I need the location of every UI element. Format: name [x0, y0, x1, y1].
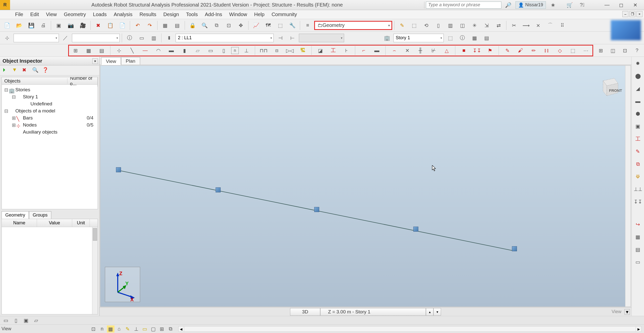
nlabel-icon[interactable]: n [231, 47, 239, 54]
menu-design[interactable]: Design [163, 12, 179, 17]
pan-icon[interactable]: ✥ [235, 20, 246, 31]
table-icon[interactable]: ▦ [159, 20, 171, 31]
snap6-icon[interactable]: ⊥ [133, 325, 140, 332]
story-combo[interactable]: Story 1▾ [393, 34, 444, 42]
bar-selection-combo[interactable]: ▾ [72, 34, 120, 42]
slab-tool-icon[interactable]: ▭ [205, 45, 216, 56]
3d-canvas[interactable]: FRONT Z X Y [100, 66, 631, 307]
rtool-box-icon[interactable]: ▬ [633, 96, 643, 106]
tree-col-count[interactable]: Number of o... [67, 77, 98, 87]
compat-icon[interactable]: ⊬ [428, 45, 439, 56]
list-icon[interactable]: ≡ [302, 20, 313, 31]
node-marker[interactable] [314, 207, 319, 212]
paint1-icon[interactable]: ✎ [502, 45, 513, 56]
insp-tool3-icon[interactable]: ✖ [22, 67, 29, 74]
load-case-combo[interactable]: 2 : LL1▾ [176, 34, 274, 42]
tree-objects-model[interactable]: ⊟Objects of a model [2, 107, 98, 114]
camera-icon[interactable]: 🎥 [77, 20, 88, 31]
paint2-icon[interactable]: 🖌 [515, 45, 526, 56]
binoculars-icon[interactable]: 🔎 [503, 0, 514, 11]
tree-bars[interactable]: ⊞╲Bars0/4 [2, 114, 98, 121]
offset-icon[interactable]: ⇲ [481, 20, 492, 31]
section-db-icon[interactable]: ▤ [96, 45, 107, 56]
user-badge[interactable]: 👤 Nissar19 [515, 1, 546, 9]
undo-icon[interactable]: ↶ [132, 20, 143, 31]
help-icon[interactable]: ?⃝ [577, 0, 588, 11]
zoom-all-icon[interactable]: ⊡ [223, 20, 234, 31]
paste-icon[interactable]: 📄 [117, 20, 128, 31]
prop-col-name[interactable]: Name [2, 219, 37, 227]
fillet-icon[interactable]: ⌒ [545, 20, 556, 31]
rtool-load-icon[interactable]: ↧↧ [633, 197, 643, 207]
mdi-close[interactable]: × [636, 11, 642, 17]
snap-icon[interactable]: ✳ [469, 20, 480, 31]
release-icon[interactable]: ⊦ [341, 45, 352, 56]
tree-stories[interactable]: ⊟🏢Stories [2, 86, 98, 93]
extra-help-icon[interactable]: ? [631, 45, 642, 56]
layout3-icon[interactable]: ◫ [457, 20, 468, 31]
selection-bar-icon[interactable]: ／ [60, 32, 71, 44]
menu-addins[interactable]: Add-Ins [205, 12, 222, 17]
insp-tool2-icon[interactable]: ▼ [12, 67, 19, 74]
open-icon[interactable]: 📂 [14, 20, 25, 31]
close-button[interactable]: ✕ [629, 1, 641, 10]
material-icon[interactable]: ◪ [315, 45, 326, 56]
cube-icon[interactable]: ▣ [53, 20, 64, 31]
extra2-icon[interactable]: ◫ [607, 45, 618, 56]
cart-icon[interactable]: 🛒 [564, 0, 575, 11]
viewport-vscroll[interactable] [625, 66, 631, 307]
box3d-icon[interactable]: ⬚ [567, 45, 578, 56]
story-filter-icon[interactable]: ⬚ [445, 32, 456, 44]
menu-edit[interactable]: Edit [30, 12, 39, 17]
tree-nodes[interactable]: ⊞⊹Nodes0/5 [2, 121, 98, 129]
grid-icon[interactable]: ▦ [83, 45, 94, 56]
insp-tool4-icon[interactable]: 🔍 [32, 67, 39, 74]
menu-community[interactable]: Community [271, 12, 297, 17]
menu-analysis[interactable]: Analysis [114, 12, 132, 17]
calendar-icon[interactable]: ▤ [172, 20, 183, 31]
rtool-exit-icon[interactable]: ↪ [633, 219, 643, 229]
extend-icon[interactable]: ⟶ [520, 20, 532, 31]
eraser-icon[interactable]: ◇ [554, 45, 565, 56]
snap4-icon[interactable]: ⌂ [115, 325, 123, 332]
print-icon[interactable]: 🖨 [38, 20, 49, 31]
redo-icon[interactable]: ↷ [144, 20, 155, 31]
rtool-sphere-icon[interactable]: ⬢ [633, 109, 643, 119]
node-selection-combo[interactable]: ▾ [14, 34, 59, 42]
tree-undefined[interactable]: Undefined [2, 100, 98, 107]
snap2-icon[interactable]: n [98, 325, 106, 332]
intersect-icon[interactable]: ⨯ [533, 20, 544, 31]
results-icon[interactable]: ⬚ [275, 20, 286, 31]
lock-icon[interactable]: 🔒 [187, 20, 198, 31]
node-marker[interactable] [216, 187, 221, 192]
diagram-icon[interactable]: 📈 [251, 20, 262, 31]
selection-node-icon[interactable]: ⊹ [2, 32, 13, 44]
prop-scrollbar[interactable] [92, 227, 98, 314]
section-icon[interactable]: 工 [328, 45, 339, 56]
inspector-close-icon[interactable]: × [92, 58, 98, 64]
rotate3d-icon[interactable]: ⟲ [421, 20, 432, 31]
view-cube[interactable]: FRONT [598, 73, 623, 98]
thickness-icon[interactable]: ▬ [371, 45, 382, 56]
zoom-window-icon[interactable]: ⧉ [211, 20, 222, 31]
node-marker[interactable] [116, 167, 121, 172]
status-down-button[interactable]: ▾ [433, 308, 441, 316]
prop-col-unit[interactable]: Unit [72, 219, 90, 227]
axis-def-icon[interactable]: ⊞ [70, 45, 81, 56]
snap8-icon[interactable]: ▢ [150, 325, 157, 332]
support-tool-icon[interactable]: ⊥ [241, 45, 252, 56]
bs-tool1-icon[interactable]: ▭ [2, 317, 10, 324]
rtool-table-icon[interactable]: ▤ [633, 244, 643, 255]
favorite-icon[interactable]: ✬ [547, 0, 558, 11]
tab-plan[interactable]: Plan [121, 57, 140, 65]
story-view1-icon[interactable]: ▦ [469, 32, 480, 44]
load-self-icon[interactable]: ↧↧ [471, 45, 482, 56]
more-icon[interactable]: ⋯ [580, 45, 591, 56]
snap1-icon[interactable]: ⊡ [90, 325, 97, 332]
tree-col-objects[interactable]: Objects [2, 78, 67, 84]
menu-loads[interactable]: Loads [93, 12, 107, 17]
menu-view[interactable]: View [46, 12, 57, 17]
frame2d-icon[interactable]: ⊓⊓ [258, 45, 269, 56]
h-scrollbar[interactable]: ◂ ▸ [178, 326, 641, 332]
insp-tool5-icon[interactable]: ❓ [42, 67, 49, 74]
